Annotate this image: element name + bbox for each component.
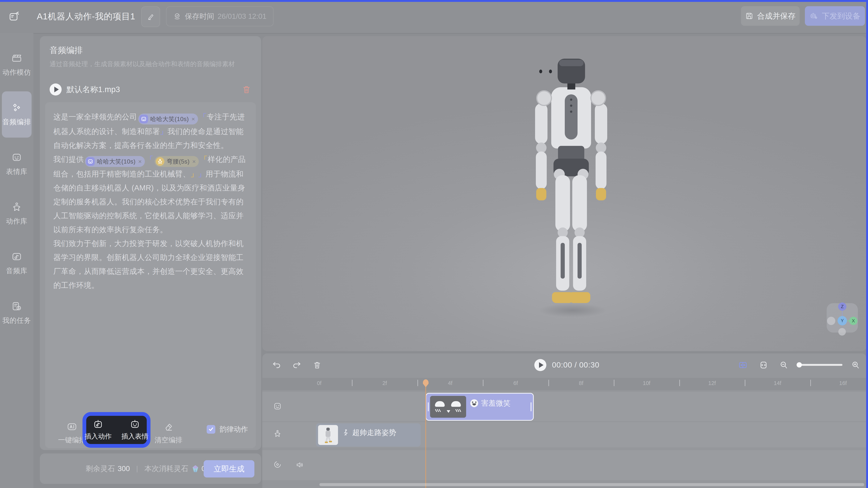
playhead-line[interactable] — [425, 381, 426, 488]
script-editor[interactable]: 这是一家全球领先的公司哈哈大笑(10s)×「专注于先进机器人系统的设计、制造和部… — [45, 102, 256, 448]
expression-thumbnail — [430, 396, 466, 418]
action-chip-icon — [156, 157, 164, 166]
axis-neg-z[interactable] — [838, 328, 846, 336]
robot-music-icon — [93, 419, 103, 429]
expression-track — [262, 392, 867, 421]
audio-play-button[interactable] — [50, 83, 62, 95]
axis-neg-x[interactable] — [827, 317, 835, 325]
insert-action-button[interactable]: 插入动作 — [85, 419, 112, 441]
axis-x[interactable]: X — [849, 317, 858, 325]
action-clip[interactable]: 超帅走路姿势 — [316, 423, 421, 447]
expression-tag-chip[interactable]: 哈哈大笑(10s)× — [85, 156, 145, 167]
sidebar-item-action-library[interactable]: 动作库 — [2, 191, 32, 237]
snap-toggle-icon[interactable] — [738, 361, 747, 370]
synthesize-save-label: 合成并保存 — [757, 11, 796, 21]
timeline-panel: 00:00 / 00:30 0f2f4f6f8f10f12f14f16f — [262, 353, 867, 488]
synthesize-save-button[interactable]: 合成并保存 — [741, 6, 800, 26]
sidebar-item-expression-library[interactable]: 表情库 — [2, 141, 32, 187]
insert-expression-label: 插入表情 — [121, 432, 148, 441]
expression-tag-chip[interactable]: 哈哈大笑(10s)× — [138, 114, 198, 124]
timeline-play-button[interactable] — [534, 359, 546, 371]
axis-z[interactable]: Z — [838, 303, 846, 311]
quote-mark-purple: 」 — [198, 170, 206, 178]
app-logo-icon — [8, 10, 20, 23]
action-track-icon — [273, 429, 282, 438]
undo-button[interactable] — [272, 361, 281, 370]
ruler-label: 2f — [382, 380, 387, 386]
sparkle-diamonds-icon — [11, 102, 22, 113]
expression-clip-label: 害羞微笑 — [481, 398, 510, 408]
fit-view-icon[interactable] — [759, 361, 768, 370]
delete-clip-button[interactable] — [313, 361, 322, 370]
redo-button[interactable] — [292, 361, 301, 370]
time-display: 00:00 / 00:30 — [552, 361, 599, 369]
save-status: 保存时间 26/01/03 12:01 — [166, 6, 274, 26]
ruler-label: 16f — [839, 380, 847, 386]
insert-expression-button[interactable]: 插入表情 — [121, 419, 148, 441]
quote-mark-yellow: 」 — [190, 170, 198, 178]
action-clip-label: 超帅走路姿势 — [352, 428, 396, 438]
ruler-label: 10f — [643, 380, 650, 386]
sidebar-item-audio-library[interactable]: 音频库 — [2, 240, 32, 286]
robot-model[interactable] — [532, 59, 611, 341]
viewport-3d[interactable]: Z X Y — [262, 36, 867, 351]
save-disk-icon — [745, 12, 753, 20]
ruler-tick — [679, 380, 680, 386]
ruler-tick — [417, 380, 418, 386]
rename-button[interactable] — [141, 6, 160, 27]
clapperboard-icon — [11, 53, 22, 63]
sidebar-item-audio-arrange[interactable]: 音频编排 — [2, 91, 32, 138]
sidebar-item-my-tasks[interactable]: 我的任务 — [2, 290, 32, 336]
sidebar-item-motion-mimic[interactable]: 动作模仿 — [2, 42, 32, 88]
editor-toolbar: 一键编排 插入动作 — [40, 413, 261, 451]
audio-track-icon — [273, 460, 282, 469]
zoom-in-icon[interactable] — [851, 361, 860, 370]
axis-y[interactable]: Y — [838, 316, 847, 325]
editor-content: 这是一家全球领先的公司哈哈大笑(10s)×「专注于先进机器人系统的设计、制造和部… — [53, 110, 248, 292]
timeline-ruler[interactable]: 0f2f4f6f8f10f12f14f16f — [262, 378, 867, 390]
insert-action-label: 插入动作 — [85, 432, 112, 441]
delete-audio-button[interactable] — [242, 85, 251, 94]
zoom-out-icon[interactable] — [779, 361, 788, 370]
clip-trim-handle-right[interactable] — [531, 402, 531, 411]
rhythm-motion-label: 韵律动作 — [219, 425, 248, 434]
ruler-tick — [549, 380, 549, 386]
sidebar-label: 我的任务 — [2, 316, 31, 325]
save-time-value: 26/01/03 12:01 — [218, 12, 267, 21]
checkbox-checked-icon[interactable] — [207, 425, 215, 434]
clear-arrange-button[interactable]: 清空编排 — [153, 422, 185, 445]
annotation-border-right — [866, 0, 868, 488]
clip-trim-handle-left[interactable] — [428, 402, 429, 411]
quote-mark-purple: 「 — [199, 113, 207, 121]
gem-icon — [191, 464, 199, 473]
expression-chip-icon — [86, 157, 95, 166]
annotation-border-top — [0, 0, 868, 2]
deploy-to-device-button[interactable]: 下发到设备 — [805, 6, 865, 26]
ruler-tick — [745, 380, 745, 386]
clear-arrange-label: 清空编排 — [155, 435, 182, 445]
generate-now-button[interactable]: 立即生成 — [204, 460, 254, 478]
expression-clip[interactable]: 害羞微笑 — [426, 393, 534, 421]
robot-head — [558, 59, 585, 83]
deploy-label: 下发到设备 — [822, 11, 861, 21]
chip-remove-button[interactable]: × — [192, 154, 196, 168]
chip-remove-button[interactable]: × — [138, 154, 142, 168]
chip-remove-button[interactable]: × — [191, 112, 195, 126]
project-title: A1机器人动作-我的项目1 — [37, 0, 135, 33]
timeline-horizontal-scrollbar[interactable] — [319, 483, 864, 486]
axis-gizmo[interactable]: Z X Y — [827, 303, 858, 333]
ruler-tick — [810, 380, 811, 386]
speaker-icon[interactable] — [296, 461, 304, 469]
timeline-zoom-slider[interactable] — [797, 364, 842, 366]
remaining-gems-value: 300 — [118, 464, 130, 473]
saved-check-icon — [173, 12, 182, 21]
action-tag-chip[interactable]: 弯腰(5s)× — [155, 156, 199, 167]
audio-track — [262, 450, 867, 480]
robot-smile-icon — [130, 419, 140, 429]
star-person-icon — [11, 202, 22, 212]
highlighted-button-group: 插入动作 插入表情 — [86, 416, 147, 444]
sidebar-label: 动作模仿 — [2, 68, 31, 77]
cost-gems-label: 本次消耗灵石 — [144, 464, 188, 474]
ruler-label: 14f — [774, 380, 781, 386]
rhythm-motion-toggle[interactable]: 韵律动作 — [207, 425, 248, 434]
